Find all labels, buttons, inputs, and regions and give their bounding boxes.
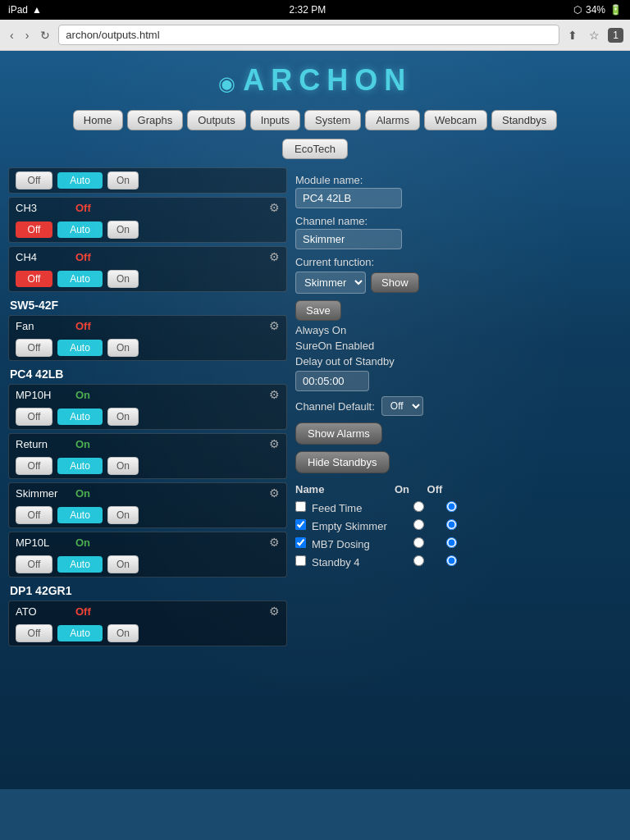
gear-icon-ch3[interactable]: ⚙ (269, 201, 280, 214)
standby-row-feedtime: Feed Time (295, 499, 622, 517)
standby-row-emptyskimmer: Empty Skimmer (295, 517, 622, 535)
off-button-fan[interactable]: Off (16, 339, 52, 357)
on-button-mp10l[interactable]: On (107, 555, 139, 573)
gear-icon-skimmer[interactable]: ⚙ (269, 486, 280, 500)
device-row-mp10l: MP10L On ⚙ (9, 532, 286, 552)
nav-bar: Home Graphs Outputs Inputs System Alarms… (0, 106, 630, 139)
on-button-ch4[interactable]: On (107, 270, 139, 288)
device-card-return: Return On ⚙ Off Auto On (8, 433, 287, 479)
standby-check-feedtime[interactable] (295, 501, 306, 512)
auto-button-mp10l[interactable]: Auto (57, 556, 103, 573)
module-name-input[interactable] (295, 188, 402, 208)
hide-standbys-button[interactable]: Hide Standbys (295, 451, 390, 473)
control-row-return: Off Auto On (9, 454, 286, 478)
standby-check-emptyskimmer[interactable] (295, 519, 306, 530)
auto-button-ch4[interactable]: Auto (57, 271, 103, 287)
auto-button-fan[interactable]: Auto (57, 340, 103, 356)
nav-alarms[interactable]: Alarms (365, 110, 419, 130)
off-button-return[interactable]: Off (16, 457, 52, 475)
device-card-ch3: CH3 Off ⚙ Off Auto On (8, 197, 287, 243)
standby-off-radio-feedtime[interactable] (446, 501, 457, 512)
bookmark-button[interactable]: ☆ (586, 27, 603, 43)
auto-button-1[interactable]: Auto (57, 172, 103, 189)
device-row-return: Return On ⚙ (9, 434, 286, 454)
on-button-fan[interactable]: On (107, 339, 139, 357)
device-status-mp10l: On (75, 536, 90, 549)
device-status-mp10h: On (75, 389, 90, 401)
nav-outputs[interactable]: Outputs (187, 110, 246, 130)
standby-check-mb7dosing[interactable] (295, 537, 306, 548)
on-button-return[interactable]: On (107, 457, 139, 475)
device-card-ch4: CH4 Off ⚙ Off Auto On (8, 246, 287, 292)
nav-home[interactable]: Home (73, 110, 123, 130)
section-label-pc442lb: PC4 42LB (8, 364, 287, 384)
auto-button-ch3[interactable]: Auto (57, 221, 103, 238)
nav-graphs[interactable]: Graphs (127, 110, 184, 130)
tab-count[interactable]: 1 (608, 28, 623, 43)
off-button-ch3[interactable]: Off (16, 221, 52, 238)
delay-input[interactable] (295, 371, 369, 391)
url-input[interactable] (58, 25, 559, 45)
on-button-1[interactable]: On (107, 171, 139, 189)
off-button-mp10l[interactable]: Off (16, 555, 52, 573)
two-col-layout: Off Auto On CH3 Off ⚙ Off Auto On (0, 167, 630, 666)
nav-webcam[interactable]: Webcam (424, 110, 487, 130)
standby-off-radio-mb7dosing[interactable] (446, 537, 457, 548)
auto-button-return[interactable]: Auto (57, 458, 103, 474)
off-button-1[interactable]: Off (16, 171, 52, 189)
device-name-mp10h: MP10H (16, 389, 69, 401)
device-status-skimmer: On (75, 487, 90, 500)
device-row-mp10h: MP10H On ⚙ (9, 385, 286, 404)
off-button-ato[interactable]: Off (16, 624, 52, 642)
show-alarms-button[interactable]: Show Alarms (295, 422, 382, 445)
show-button[interactable]: Show (371, 272, 419, 293)
auto-button-mp10h[interactable]: Auto (57, 409, 103, 425)
control-row-ch3: Off Auto On (9, 217, 286, 242)
reload-button[interactable]: ↻ (37, 27, 53, 43)
device-row-fan: Fan Off ⚙ (9, 316, 286, 336)
standby-off-radio-emptyskimmer[interactable] (446, 519, 457, 530)
channel-default-row: Channel Default: Off On (295, 396, 622, 416)
nav-standbys[interactable]: Standbys (491, 110, 557, 130)
gear-icon-fan[interactable]: ⚙ (269, 319, 280, 332)
on-button-skimmer[interactable]: On (107, 506, 139, 524)
function-select[interactable]: Skimmer Return MP10H MP10L Fan ATO (295, 272, 366, 294)
device-name-return: Return (16, 438, 69, 450)
header-on: On (386, 483, 418, 495)
ecotech-button[interactable]: EcoTech (282, 139, 348, 159)
off-button-mp10h[interactable]: Off (16, 408, 52, 426)
gear-icon-ch4[interactable]: ⚙ (269, 250, 280, 263)
save-button[interactable]: Save (295, 300, 341, 321)
on-button-ch3[interactable]: On (107, 221, 139, 239)
left-column: Off Auto On CH3 Off ⚙ Off Auto On (8, 167, 287, 650)
gear-icon-mp10h[interactable]: ⚙ (269, 388, 280, 401)
nav-inputs[interactable]: Inputs (250, 110, 300, 130)
always-on-text: Always On (295, 324, 622, 336)
channel-name-input[interactable] (295, 229, 402, 249)
on-button-mp10h[interactable]: On (107, 408, 139, 426)
off-button-ch4[interactable]: Off (16, 271, 52, 287)
forward-button[interactable]: › (22, 27, 33, 43)
battery-label: 34% (586, 4, 605, 16)
share-button[interactable]: ⬆ (564, 27, 581, 43)
auto-button-skimmer[interactable]: Auto (57, 507, 103, 523)
default-select[interactable]: Off On (381, 396, 423, 416)
standby-check-standby4[interactable] (295, 555, 306, 566)
device-row-ch3: CH3 Off ⚙ (9, 198, 286, 217)
channel-default-label: Channel Default: (295, 400, 375, 413)
gear-icon-return[interactable]: ⚙ (269, 437, 280, 450)
standby-on-radio-standby4[interactable] (413, 555, 424, 566)
nav-system[interactable]: System (304, 110, 361, 130)
gear-icon-mp10l[interactable]: ⚙ (269, 536, 280, 549)
on-button-ato[interactable]: On (107, 624, 139, 642)
gear-icon-ato[interactable]: ⚙ (269, 605, 280, 618)
standby-on-radio-emptyskimmer[interactable] (413, 519, 424, 530)
auto-button-ato[interactable]: Auto (57, 625, 103, 641)
standby-on-radio-feedtime[interactable] (413, 501, 424, 512)
standby-on-radio-mb7dosing[interactable] (413, 537, 424, 548)
channel-name-label: Channel name: (295, 215, 622, 227)
off-button-skimmer[interactable]: Off (16, 506, 52, 524)
section-label-dp142gr1: DP1 42GR1 (8, 581, 287, 600)
standby-off-radio-standby4[interactable] (446, 555, 457, 566)
back-button[interactable]: ‹ (7, 27, 17, 43)
